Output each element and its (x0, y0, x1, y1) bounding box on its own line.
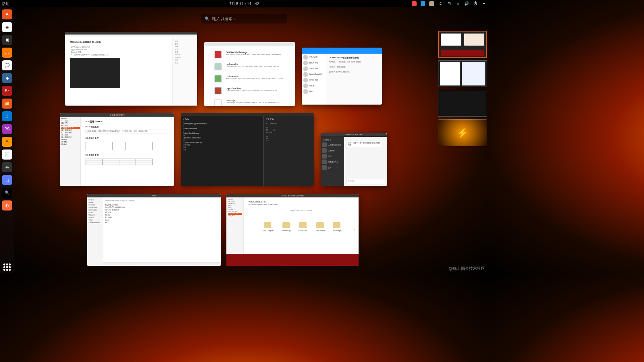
activities-button[interactable]: 活动 (2, 1, 9, 6)
wps-outline[interactable]: 5.2 使用5.2.1 前端5.2.2 API5.2.3 控件5.3 创建 WU… (60, 117, 81, 186)
outline-item[interactable]: 5.6 样式 (61, 143, 80, 145)
npm-package[interactable]: captcha-clientThis input element of node… (214, 87, 285, 95)
wechat-contacts[interactable]: hankphp.cn 人生最难熬的日子正善惊喜遗憾深夜最懂人心表哥 (321, 137, 344, 186)
clipboard-icon[interactable] (429, 1, 434, 6)
window-firefox-npm[interactable]: fstab/wechat-imageAnti-Collapsing Margin… (204, 42, 295, 106)
volume-icon[interactable]: 🔊 (464, 1, 469, 6)
contact-item[interactable]: 表哥 (322, 165, 343, 170)
window-wps[interactable]: 新建 DOCX 文档 5.2 使用5.2.1 前端5.2.2 API5.2.3 … (60, 113, 174, 186)
contact-item[interactable]: 徐同芯 你好 (303, 78, 324, 82)
network-icon[interactable]: ⩍ (455, 1, 460, 6)
sidebar-item[interactable]: Music (89, 212, 102, 214)
sidebar-item[interactable]: Trash (89, 219, 102, 222)
sidebar-item[interactable]: Pictures (89, 214, 102, 217)
dock-sublime[interactable]: S (2, 137, 12, 147)
contact-item[interactable]: 周思思 (303, 83, 324, 88)
outline-item[interactable]: 5.2.2 API (61, 122, 80, 124)
contact-item[interactable]: 徐峰 (303, 89, 324, 94)
file-item[interactable]: beyond_compare (105, 204, 219, 206)
workspace-4[interactable] (438, 119, 487, 146)
indicator-icon[interactable]: ✲ (438, 1, 443, 6)
contact-item[interactable]: 人生最难熬的日子 (322, 142, 343, 147)
workspace-3[interactable] (438, 90, 487, 117)
message-input[interactable]: 发送消息 (346, 179, 385, 184)
vscode-tabs[interactable] (181, 113, 314, 116)
outline-item[interactable]: 5.4 数据 (61, 138, 80, 141)
file-item[interactable]: chrome (105, 211, 219, 214)
npm-package[interactable]: node-redisThis is an open source BSD-lic… (214, 63, 285, 70)
menu-chevron-icon[interactable]: ▾ (482, 1, 486, 6)
sidebar-item[interactable]: Other Locations (89, 222, 102, 224)
sogou-icon[interactable] (412, 1, 417, 6)
session-item[interactable]: public_demo (228, 215, 242, 217)
dock-screenshot[interactable]: ▢ (2, 175, 12, 185)
dock-terminal[interactable]: ▣ (2, 35, 12, 45)
file-item[interactable]: ncdu (105, 221, 219, 224)
file-item[interactable]: meld (105, 219, 219, 222)
bc-action[interactable]: Text Merge (332, 222, 341, 232)
browser-toolbar[interactable] (65, 35, 197, 37)
dock-firefox[interactable]: 🦊 (2, 48, 12, 58)
sidebar-item[interactable]: Downloads (89, 209, 102, 212)
dock-ubuntu-software[interactable]: A (2, 9, 12, 19)
dock-postman[interactable]: ◐ (2, 200, 12, 210)
bc-action[interactable]: Folder Merge (281, 222, 291, 232)
bc-action[interactable]: Folder Sync (299, 222, 308, 232)
outline-item[interactable]: 5.3.2 输入参数 (61, 131, 80, 134)
files-listing[interactable]: /home/hank/Downloads/public/5/b/page bey… (103, 197, 221, 262)
bc-actions[interactable]: Folder CompareFolder MergeFolder SyncTex… (249, 222, 354, 232)
sidebar-item[interactable]: Documents (89, 206, 102, 209)
dock-chrome[interactable]: ◉ (2, 22, 12, 32)
outline-item[interactable]: 5.3.3 输出 (61, 134, 80, 136)
dock-phpstorm[interactable]: PS (2, 124, 12, 134)
file-item[interactable]: centos7-docker.sh (105, 209, 219, 212)
sidebar-item[interactable]: Home (89, 201, 102, 204)
file-item[interactable]: CentOS-7各方面基础.docx (105, 206, 219, 209)
dock-vscode[interactable]: ⟨⟩ (2, 111, 12, 121)
files-sidebar[interactable]: RecentHomeDesktopDocumentsDownloadsMusic… (87, 197, 103, 266)
dock-wechat[interactable]: 💬 (2, 60, 12, 70)
window-beyond-compare[interactable]: Home - Beyond Compare SessionsAuto-saved… (226, 194, 359, 266)
npm-package[interactable]: redirect-meA very very fast JavaScript l… (214, 75, 285, 82)
workspace-2[interactable] (438, 60, 487, 87)
contact-item[interactable]: 正善惊喜 (322, 148, 343, 153)
contact-item[interactable]: 深夜最懂人心 (322, 160, 343, 164)
sidebar-item[interactable]: Desktop (89, 204, 102, 206)
outline-item[interactable]: 5.5 参数 (61, 141, 80, 143)
npm-package[interactable]: fstab/wechat-imageAnti-Collapsing Margin… (214, 51, 285, 58)
contact-item[interactable]: 黄克线 说啥 (303, 61, 324, 65)
window-chrome[interactable]: 使用ubuntu做前端开发 - 掘金 • 1.使用 ubuntu 做前端开发• … (65, 32, 197, 106)
show-applications-button[interactable] (3, 263, 11, 271)
clock[interactable]: 7月 5 14：14：42 (229, 1, 259, 6)
outline-item[interactable]: 5.2.1 前端 (61, 120, 80, 122)
dingtalk-contacts[interactable]: 产品开发群黄克线 说啥李晓萌 bugWeeklyReport 周徐同芯 你好周思… (302, 54, 326, 105)
browser-tabs[interactable] (65, 32, 197, 35)
outline-item[interactable]: 5.2.3 控件 (61, 124, 80, 127)
dock-media[interactable]: ◎ (2, 162, 12, 172)
contact-item[interactable]: 遗憾 (322, 154, 343, 159)
contact-item[interactable]: WeeklyReport 周 (303, 72, 324, 77)
outline-item[interactable]: 5.3.4 创建组件 (61, 136, 80, 138)
overview-search[interactable]: 🔍 输入以搜索… (201, 14, 287, 23)
file-item[interactable]: filezilla (105, 214, 219, 217)
dock-zoom[interactable]: 🔍 (2, 188, 12, 198)
dock-libreoffice[interactable]: 📄 (2, 149, 12, 160)
window-vscode[interactable]: 1 <?php2 3 namespace App\Http\Services;4… (181, 113, 314, 186)
sidebar-item[interactable]: Videos (89, 217, 102, 219)
dock-files[interactable]: 📁 (2, 99, 12, 109)
bc-sessions[interactable]: SessionsAuto-saveddefault-shopPHPWorklar… (226, 197, 244, 254)
window-files[interactable]: hank RecentHomeDesktopDocumentsDownloads… (87, 194, 221, 266)
dropbox-icon[interactable]: ⊟ (447, 1, 451, 6)
code-editor[interactable]: 1 <?php2 3 namespace App\Http\Services;4… (181, 116, 263, 186)
bc-action[interactable]: Text Compare (315, 222, 325, 232)
contact-item[interactable]: 产品开发群 (303, 55, 324, 60)
file-item[interactable]: libreoffice (105, 216, 219, 219)
teamviewer-icon[interactable] (421, 1, 425, 6)
dock-inkscape[interactable]: ◆ (2, 73, 12, 83)
outline-item[interactable]: 5.3 创建 WUES (61, 127, 80, 129)
bc-action[interactable]: Folder Compare (262, 222, 274, 232)
power-icon[interactable]: ⏻ (473, 1, 478, 6)
outline-item[interactable]: 5.2 使用 (61, 117, 80, 120)
window-electronic-wechat[interactable]: × Electronic WeChat hankphp.cn 人生最难熬的日子正… (321, 133, 387, 186)
dock-filezilla[interactable]: Fz (2, 86, 12, 96)
